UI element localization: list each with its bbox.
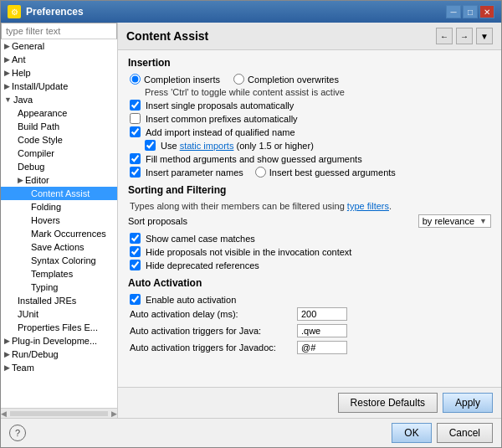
title-bar: ⚙ Preferences ─ □ ✕ (1, 1, 501, 23)
sort-proposals-dropdown[interactable]: by relevance ▼ (418, 214, 491, 228)
ctrl-hint-row: Press 'Ctrl' to toggle while content ass… (128, 87, 491, 97)
sidebar-item-build-path[interactable]: Build Path (1, 120, 117, 133)
check-common-prefixes-row: Insert common prefixes automatically (128, 113, 491, 124)
sidebar-item-folding[interactable]: Folding (1, 200, 117, 214)
sidebar-item-editor[interactable]: ▶ Editor (1, 173, 117, 187)
sidebar-item-label: Help (12, 68, 31, 78)
sidebar-item-install-update[interactable]: ▶ Install/Update (1, 80, 117, 93)
sidebar-item-junit[interactable]: JUnit (1, 307, 117, 321)
sorting-section-title: Sorting and Filtering (128, 184, 491, 196)
java-triggers-row: Auto activation triggers for Java: (128, 324, 491, 337)
radio-overwrites-label: Completion overwrites (248, 75, 339, 85)
sidebar-item-hovers[interactable]: Hovers (1, 214, 117, 227)
sidebar-item-label: Run/Debug (12, 349, 59, 359)
radio-completion-inserts[interactable] (130, 74, 141, 85)
check-hide-not-visible[interactable] (130, 246, 141, 257)
sidebar-item-label: General (12, 41, 44, 51)
back-button[interactable]: ← (436, 28, 453, 44)
sidebar-item-installed-jres[interactable]: Installed JREs (1, 294, 117, 307)
header-icons: ← → ▼ (436, 28, 493, 44)
insertion-radio-row: Completion inserts Completion overwrites (128, 74, 491, 85)
check-param-names-row: Insert parameter names Insert best guess… (128, 167, 491, 178)
sidebar-item-syntax-coloring[interactable]: Syntax Coloring (1, 254, 117, 267)
content-area: ▶ General ▶ Ant ▶ Help ▶ Install/Update … (1, 23, 501, 418)
sidebar-item-java[interactable]: ▼ Java (1, 93, 117, 106)
check-param-names-label: Insert parameter names (146, 167, 243, 178)
sidebar-item-label: Compiler (18, 148, 54, 158)
sidebar-item-label: JUnit (18, 309, 38, 319)
check-common-prefixes[interactable] (130, 113, 141, 124)
sidebar-item-label: Mark Occurrences (31, 229, 106, 239)
sidebar-item-typing[interactable]: Typing (1, 281, 117, 294)
check-static-imports[interactable] (145, 140, 156, 151)
radio-option-inserts: Completion inserts (130, 74, 220, 85)
sidebar-item-run-debug[interactable]: ▶ Run/Debug (1, 348, 117, 361)
check-hide-deprecated-label: Hide deprecated references (146, 260, 259, 270)
sort-proposals-row: Sort proposals by relevance ▼ (128, 214, 491, 228)
sidebar-item-code-style[interactable]: Code Style (1, 133, 117, 147)
check-param-names[interactable] (130, 167, 141, 178)
expand-icon: ▶ (4, 55, 10, 64)
sidebar-item-debug[interactable]: Debug (1, 160, 117, 173)
minimize-button[interactable]: ─ (446, 5, 461, 18)
sidebar-item-label: Debug (18, 162, 44, 172)
right-content: Insertion Completion inserts Completion … (118, 50, 501, 387)
sidebar-item-templates[interactable]: Templates (1, 267, 117, 281)
sidebar-item-appearance[interactable]: Appearance (1, 106, 117, 120)
menu-button[interactable]: ▼ (476, 28, 493, 44)
sidebar-item-plugin-dev[interactable]: ▶ Plug-in Developme... (1, 334, 117, 348)
check-fill-method[interactable] (130, 153, 141, 164)
tree-area: ▶ General ▶ Ant ▶ Help ▶ Install/Update … (1, 39, 117, 408)
delay-input[interactable] (297, 307, 347, 321)
java-triggers-input[interactable] (297, 324, 347, 337)
javadoc-triggers-label: Auto activation triggers for Javadoc: (130, 342, 297, 353)
apply-button[interactable]: Apply (443, 393, 493, 413)
check-hide-deprecated[interactable] (130, 260, 141, 270)
forward-button[interactable]: → (456, 28, 473, 44)
check-static-imports-label: Use static imports (only 1.5 or higher) (161, 141, 314, 151)
filter-input[interactable] (1, 23, 117, 39)
type-filters-link[interactable]: type filters (347, 201, 389, 211)
check-camel-case[interactable] (130, 233, 141, 244)
sidebar-item-properties-files[interactable]: Properties Files E... (1, 321, 117, 334)
sidebar-item-team[interactable]: ▶ Team (1, 361, 117, 374)
bottom-left: ? (9, 425, 26, 441)
left-panel: ▶ General ▶ Ant ▶ Help ▶ Install/Update … (1, 23, 118, 418)
sidebar-item-save-actions[interactable]: Save Actions (1, 240, 117, 254)
cancel-button[interactable]: Cancel (437, 423, 493, 443)
sidebar-item-compiler[interactable]: Compiler (1, 147, 117, 160)
sidebar-item-general[interactable]: ▶ General (1, 39, 117, 53)
sidebar-item-content-assist[interactable]: Content Assist (1, 187, 117, 200)
static-imports-link[interactable]: static imports (180, 141, 234, 151)
sidebar-item-label: Syntax Coloring (31, 255, 96, 265)
sort-proposals-value: by relevance (423, 216, 474, 226)
help-icon[interactable]: ? (9, 425, 26, 441)
check-enable-auto-activation-row: Enable auto activation (128, 294, 491, 305)
sidebar-item-label: Properties Files E... (18, 322, 98, 332)
radio-inserts-label: Completion inserts (144, 75, 220, 85)
ok-button[interactable]: OK (392, 423, 431, 443)
maximize-button[interactable]: □ (463, 5, 478, 18)
delay-label: Auto activation delay (ms): (130, 309, 297, 319)
title-controls: ─ □ ✕ (446, 5, 494, 18)
check-single-proposals[interactable] (130, 100, 141, 111)
check-add-import[interactable] (130, 126, 141, 137)
sidebar-item-ant[interactable]: ▶ Ant (1, 53, 117, 66)
javadoc-triggers-input[interactable] (297, 341, 347, 354)
radio-best-guessed[interactable] (255, 167, 266, 178)
right-panel: Content Assist ← → ▼ Insertion Completio… (118, 23, 501, 418)
check-hide-deprecated-row: Hide deprecated references (128, 260, 491, 270)
window-icon: ⚙ (8, 5, 21, 18)
close-button[interactable]: ✕ (479, 5, 494, 18)
restore-defaults-button[interactable]: Restore Defaults (338, 393, 438, 413)
check-static-imports-row: Use static imports (only 1.5 or higher) (128, 140, 491, 151)
expand-icon: ▶ (4, 69, 10, 77)
sidebar-item-mark-occurrences[interactable]: Mark Occurrences (1, 227, 117, 240)
sidebar-item-help[interactable]: ▶ Help (1, 66, 117, 80)
check-fill-method-label: Fill method arguments and show guessed a… (146, 154, 362, 164)
window-title: Preferences (26, 6, 84, 18)
radio-completion-overwrites[interactable] (233, 74, 244, 85)
check-enable-auto-activation[interactable] (130, 294, 141, 305)
expand-icon: ▶ (4, 82, 10, 90)
preferences-window: ⚙ Preferences ─ □ ✕ ▶ General ▶ Ant (0, 0, 502, 448)
